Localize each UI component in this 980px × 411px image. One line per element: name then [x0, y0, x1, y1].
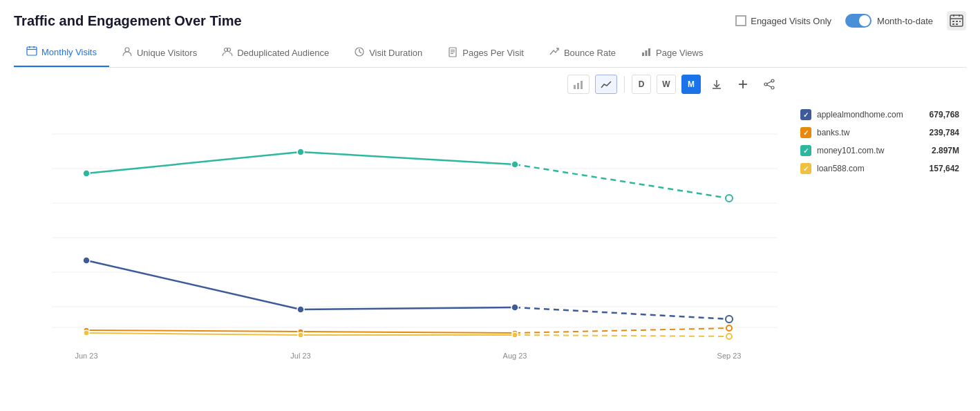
- loan588-dot-sep: [726, 334, 732, 339]
- apple-dot-sep: [726, 316, 733, 323]
- x-label-aug23: Aug 23: [503, 352, 527, 360]
- chart-wrapper: 3.500M 3.000M 2.500M 2.000M 1.500M 1.000…: [14, 99, 786, 383]
- period-d-button[interactable]: D: [632, 75, 651, 94]
- tab-monthly-visits-label: Monthly Visits: [41, 47, 97, 57]
- money101-dot-jul: [297, 149, 304, 155]
- legend-item-loan588: ✓ loan588.com 157,642: [800, 163, 959, 174]
- apple-dot-jun: [83, 257, 90, 264]
- chart-legend: ✓ applealmondhome.com 679,768 ✓ banks.tw…: [786, 75, 966, 383]
- x-label-jun23: Jun 23: [75, 352, 97, 360]
- legend-item-money101: ✓ money101.com.tw 2.897M: [800, 145, 959, 156]
- banks-dot-sep: [726, 325, 732, 331]
- money101-dot-jun: [83, 170, 90, 177]
- legend-label-apple: applealmondhome.com: [817, 110, 912, 120]
- x-label-sep23: Sep 23: [717, 352, 742, 360]
- svg-rect-8: [956, 23, 958, 25]
- tab-page-views-label: Page Views: [656, 48, 703, 58]
- svg-rect-11: [29, 46, 30, 48]
- svg-rect-25: [648, 48, 650, 56]
- money101-dot-sep: [726, 195, 733, 202]
- tab-visit-duration-label: Visit Duration: [369, 48, 422, 58]
- tab-page-views[interactable]: Page Views: [628, 39, 715, 66]
- month-to-date-label: Month-to-date: [877, 16, 933, 26]
- svg-rect-5: [956, 21, 958, 22]
- tab-bar: Monthly Visits Unique Visitors Dedupli: [14, 39, 966, 68]
- svg-rect-12: [34, 46, 35, 48]
- svg-rect-24: [646, 50, 648, 56]
- page-title: Traffic and Engagement Over Time: [14, 13, 242, 29]
- tab-pages-per-visit[interactable]: Pages Per Visit: [435, 39, 536, 66]
- month-to-date-toggle[interactable]: [845, 14, 871, 28]
- engaged-visits-toggle[interactable]: Engaged Visits Only: [735, 15, 831, 26]
- money101-dot-aug: [511, 161, 518, 168]
- svg-rect-7: [952, 23, 954, 25]
- chart-controls: D W M: [14, 75, 786, 94]
- legend-checkbox-money101[interactable]: ✓: [800, 145, 811, 156]
- legend-value-loan588: 157,642: [918, 164, 959, 173]
- toggle-knob: [859, 15, 870, 26]
- tab-deduplicated-audience[interactable]: Deduplicated Audience: [209, 39, 341, 66]
- pages-per-visit-icon: [447, 46, 458, 59]
- bar-chart-button[interactable]: [567, 75, 590, 94]
- apple-solid-line: [86, 260, 515, 309]
- apple-dot-jul: [297, 306, 304, 313]
- page-views-icon: [641, 46, 652, 59]
- svg-rect-28: [581, 81, 583, 89]
- bounce-rate-icon: [549, 46, 560, 59]
- tab-unique-visitors-label: Unique Visitors: [137, 48, 197, 58]
- tab-bounce-rate[interactable]: Bounce Rate: [536, 39, 628, 66]
- svg-rect-26: [574, 85, 576, 89]
- svg-rect-9: [27, 47, 37, 55]
- svg-rect-4: [952, 21, 954, 22]
- legend-checkbox-banks[interactable]: ✓: [800, 127, 811, 138]
- money101-dashed-line: [515, 164, 729, 198]
- monthly-visits-icon: [26, 46, 37, 59]
- legend-value-apple: 679,768: [918, 110, 959, 120]
- tab-monthly-visits[interactable]: Monthly Visits: [14, 39, 109, 67]
- loan588-dot-jun: [84, 330, 89, 336]
- month-to-date-wrapper: Month-to-date: [845, 14, 933, 28]
- legend-label-banks: banks.tw: [817, 128, 912, 137]
- legend-item-apple: ✓ applealmondhome.com 679,768: [800, 109, 959, 120]
- svg-line-36: [767, 82, 771, 84]
- svg-point-35: [771, 86, 774, 89]
- download-button[interactable]: [706, 75, 727, 94]
- tab-deduplicated-audience-label: Deduplicated Audience: [237, 48, 329, 58]
- svg-point-34: [764, 83, 767, 86]
- deduplicated-audience-icon: [222, 46, 233, 59]
- svg-rect-6: [959, 21, 961, 22]
- main-chart-svg: 3.500M 3.000M 2.500M 2.000M 1.500M 1.000…: [52, 99, 778, 362]
- svg-rect-23: [642, 52, 644, 56]
- add-button[interactable]: [733, 75, 753, 94]
- legend-item-banks: ✓ banks.tw 239,784: [800, 127, 959, 138]
- tab-unique-visitors[interactable]: Unique Visitors: [109, 39, 209, 66]
- unique-visitors-icon: [122, 46, 133, 59]
- x-label-jul23: Jul 23: [290, 352, 310, 360]
- loan588-dot-aug: [512, 332, 518, 338]
- share-button[interactable]: [759, 75, 780, 94]
- period-m-button[interactable]: M: [681, 75, 701, 94]
- apple-dashed-line: [515, 307, 729, 319]
- tab-visit-duration[interactable]: Visit Duration: [341, 39, 435, 66]
- line-chart-button[interactable]: [595, 75, 617, 94]
- svg-rect-27: [577, 83, 579, 89]
- legend-value-money101: 2.897M: [918, 146, 959, 155]
- engaged-visits-label-text: Engaged Visits Only: [751, 16, 831, 26]
- period-separator: [624, 76, 625, 93]
- tab-bounce-rate-label: Bounce Rate: [564, 48, 616, 58]
- period-w-button[interactable]: W: [657, 75, 676, 94]
- loan588-dashed-line: [515, 335, 729, 336]
- legend-value-banks: 239,784: [918, 128, 959, 137]
- svg-line-37: [767, 85, 771, 87]
- banks-dashed-line: [515, 328, 729, 333]
- svg-rect-3: [959, 15, 960, 17]
- legend-checkbox-apple[interactable]: ✓: [800, 109, 811, 120]
- legend-checkbox-loan588[interactable]: ✓: [800, 163, 811, 174]
- svg-rect-2: [953, 15, 954, 17]
- tab-pages-per-visit-label: Pages Per Visit: [462, 48, 524, 58]
- visit-duration-icon: [354, 46, 365, 59]
- legend-label-loan588: loan588.com: [817, 164, 912, 173]
- svg-point-13: [125, 48, 129, 52]
- engaged-visits-checkbox[interactable]: [735, 15, 746, 26]
- calendar-icon[interactable]: [947, 11, 966, 30]
